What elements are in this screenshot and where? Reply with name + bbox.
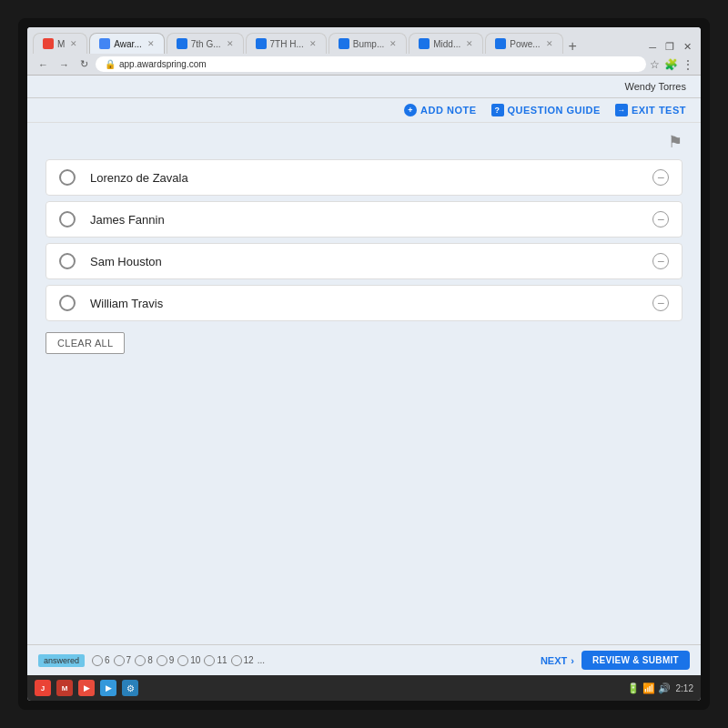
tab-award[interactable]: Awar... ✕ [89,33,164,54]
tab-7thh-label: 7TH H... [270,39,304,49]
flag-button[interactable]: ⚑ [668,132,682,152]
taskbar-icon-youtube[interactable]: ▶ [78,680,95,696]
tab-7thh[interactable]: 7TH H... ✕ [246,33,327,54]
bottom-nav: answered 6 7 8 [27,644,701,675]
review-submit-button[interactable]: REVIEW & SUBMIT [581,651,690,670]
next-button[interactable]: NEXT › [541,655,574,666]
taskbar-icon-app1[interactable]: ▶ [100,680,116,696]
tab-midd-close[interactable]: ✕ [466,39,473,48]
back-button[interactable]: ← [35,57,52,72]
tab-7thh-close[interactable]: ✕ [309,39,317,48]
tab-m-close[interactable]: ✕ [70,39,77,48]
tab-7thg[interactable]: 7th G... ✕ [167,33,244,54]
lock-icon: 🔒 [105,59,116,69]
answer-option-4[interactable]: William Travis − [46,285,682,321]
tab-7thg-icon [177,38,187,49]
tab-m[interactable]: M ✕ [33,33,87,54]
refresh-button[interactable]: ↻ [76,56,92,72]
next-chevron-icon: › [571,655,574,666]
test-header: Wendy Torres [27,76,701,98]
forward-button[interactable]: → [56,57,73,72]
q6-label: 6 [105,655,110,665]
radio-4[interactable] [59,295,76,311]
tray-icons: 🔋 📶 🔊 [627,682,671,694]
add-note-icon: + [404,104,417,116]
question-dot-10[interactable]: 10 [177,655,200,666]
minus-icon-3[interactable]: − [652,253,669,269]
answer-option-3[interactable]: Sam Houston − [46,243,682,279]
minus-icon-1[interactable]: − [652,169,669,186]
q10-label: 10 [190,655,200,665]
tab-award-icon [99,38,110,49]
q8-label: 8 [147,655,153,665]
q8-circle [135,655,146,666]
system-tray: 🔋 📶 🔊 2:12 [627,682,693,694]
option-text-4: William Travis [90,297,652,310]
question-dot-8[interactable]: 8 [135,655,153,666]
tab-m-label: M [57,39,65,49]
tab-m-icon [43,38,54,49]
address-right-icons: ☆ 🧩 ⋮ [650,58,693,71]
tab-7thg-close[interactable]: ✕ [227,39,234,48]
minus-icon-2[interactable]: − [652,211,669,228]
minus-icon-4[interactable]: − [652,295,669,311]
question-dot-11[interactable]: 11 [204,655,227,666]
question-guide-button[interactable]: ? QUESTION GUIDE [491,104,601,116]
tab-bump-close[interactable]: ✕ [389,39,397,48]
radio-3[interactable] [59,253,76,269]
browser-chrome: M ✕ Awar... ✕ 7th G... ✕ 7 [27,27,701,76]
screen: M ✕ Awar... ✕ 7th G... ✕ 7 [27,27,701,701]
address-bar-row: ← → ↻ 🔒 app.awardspring.com ☆ 🧩 ⋮ [27,54,701,75]
battery-icon: 🔋 [627,682,640,694]
radio-2[interactable] [59,211,76,228]
add-note-button[interactable]: + ADD NOTE [404,104,476,116]
question-dots: 6 7 8 9 10 [92,655,533,666]
q12-label: 12 [244,655,254,665]
question-dot-7[interactable]: 7 [114,655,132,666]
star-icon[interactable]: ☆ [650,58,660,71]
taskbar-icon-settings[interactable]: ⚙ [122,680,138,696]
restore-button[interactable]: ❐ [662,40,678,54]
exit-test-button[interactable]: → EXIT TEST [615,104,686,116]
q9-label: 9 [169,655,175,665]
tab-powe-label: Powe... [510,39,540,49]
taskbar-icon-gmail[interactable]: M [56,680,73,696]
question-dot-12[interactable]: 12 [231,655,254,666]
tab-powe[interactable]: Powe... ✕ [485,33,562,54]
tab-award-close[interactable]: ✕ [147,39,155,48]
tab-bump[interactable]: Bump... ✕ [329,33,407,54]
url-text: app.awardspring.com [119,59,207,69]
new-tab-button[interactable]: + [565,39,581,54]
question-dot-9[interactable]: 9 [157,655,175,666]
q11-circle [204,655,215,666]
q7-circle [114,655,125,666]
answer-option-1[interactable]: Lorenzo de Zavala − [46,159,682,196]
tab-powe-close[interactable]: ✕ [546,39,553,48]
extension-icon[interactable]: 🧩 [664,58,678,71]
clear-all-button[interactable]: CLEAR ALL [46,332,125,354]
question-guide-icon: ? [491,104,504,116]
q12-circle [231,655,242,666]
taskbar-icon-java[interactable]: J [35,680,51,696]
test-toolbar: + ADD NOTE ? QUESTION GUIDE → EXIT TEST [27,98,701,123]
question-content: ⚑ Lorenzo de Zavala − James Fannin − [27,123,701,644]
question-dot-6[interactable]: 6 [92,655,110,666]
menu-icon[interactable]: ⋮ [682,58,693,71]
clock: 2:12 [676,683,693,693]
tab-7thh-icon [256,38,267,49]
tab-award-label: Awar... [114,39,141,49]
answer-option-2[interactable]: James Fannin − [46,201,682,238]
answered-badge: answered [38,654,85,667]
option-text-3: Sam Houston [90,255,652,268]
tab-midd[interactable]: Midd... ✕ [409,33,483,54]
tab-bump-label: Bump... [353,39,384,49]
radio-1[interactable] [59,169,76,186]
address-field[interactable]: 🔒 app.awardspring.com [96,56,646,72]
close-button[interactable]: ✕ [680,40,695,54]
tab-midd-label: Midd... [433,39,460,49]
q7-label: 7 [126,655,132,665]
tab-bump-icon [339,38,349,49]
question-guide-label: QUESTION GUIDE [508,105,601,116]
q9-circle [157,655,167,666]
minimize-button[interactable]: ─ [645,41,660,54]
